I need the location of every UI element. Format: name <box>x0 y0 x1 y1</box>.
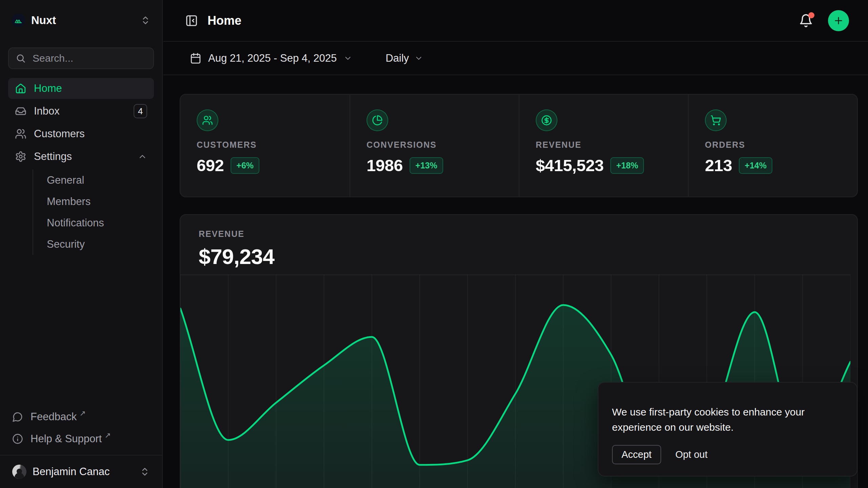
sidebar-item-notifications[interactable]: Notifications <box>43 212 154 233</box>
sidebar-item-members[interactable]: Members <box>43 191 154 212</box>
sidebar-spacer <box>8 255 154 406</box>
stat-label: REVENUE <box>536 140 672 150</box>
sidebar: Nuxt ⌘ K Home <box>0 0 163 488</box>
chevron-down-icon <box>343 54 352 63</box>
chart-label: REVENUE <box>199 229 839 239</box>
sidebar-item-label: Inbox <box>34 105 134 117</box>
stat-conversions: CONVERSIONS 1986 +13% <box>350 95 519 197</box>
stat-delta-badge: +13% <box>410 157 443 174</box>
inbox-count-badge: 4 <box>134 104 147 118</box>
sidebar-item-label: Customers <box>34 128 85 140</box>
user-strip: Benjamin Canac <box>0 455 162 488</box>
stats-card: CUSTOMERS 692 +6% CONVERSIONS 1986 <box>180 94 858 197</box>
gear-icon <box>15 151 26 162</box>
search-input[interactable] <box>32 52 164 64</box>
users-icon <box>197 109 218 131</box>
nuxt-logo-icon <box>12 14 25 27</box>
sidebar-item-security[interactable]: Security <box>43 233 154 255</box>
user-menu[interactable]: Benjamin Canac <box>8 461 154 483</box>
page-title: Home <box>208 14 799 28</box>
search-icon <box>16 53 26 63</box>
stat-value: 692 <box>197 156 224 175</box>
workspace-name: Nuxt <box>31 14 140 27</box>
stat-delta-badge: +18% <box>610 157 644 174</box>
home-icon <box>15 83 26 94</box>
external-link-icon: ↗ <box>79 409 85 418</box>
avatar <box>12 465 26 479</box>
notifications-button[interactable] <box>799 14 813 28</box>
user-name: Benjamin Canac <box>33 466 140 478</box>
stat-delta-badge: +6% <box>231 157 259 174</box>
stat-label: CONVERSIONS <box>367 140 502 150</box>
cookie-message: We use first-party cookies to enhance yo… <box>612 404 829 435</box>
inbox-icon <box>15 105 26 117</box>
sidebar-item-inbox[interactable]: Inbox 4 <box>8 101 154 122</box>
granularity-select[interactable]: Daily <box>381 49 428 68</box>
stat-revenue: REVENUE $415,523 +18% <box>519 95 688 197</box>
chart-total-value: $79,234 <box>199 244 839 269</box>
sidebar-collapse-button[interactable] <box>185 14 198 27</box>
sidebar-footer: Feedback ↗ Help & Support ↗ <box>8 406 154 455</box>
workspace-switcher[interactable]: Nuxt <box>8 10 154 30</box>
chevron-up-down-icon <box>140 15 151 25</box>
sidebar-item-home[interactable]: Home <box>8 78 154 99</box>
date-range-label: Aug 21, 2025 - Sep 4, 2025 <box>208 52 337 64</box>
feedback-link[interactable]: Feedback ↗ <box>8 406 154 427</box>
sidebar-item-label: Home <box>34 82 62 95</box>
add-button[interactable] <box>828 10 849 31</box>
stat-customers: CUSTOMERS 692 +6% <box>180 95 350 197</box>
calendar-icon <box>190 53 201 64</box>
chevron-down-icon <box>414 54 423 63</box>
cookie-accept-button[interactable]: Accept <box>612 445 661 464</box>
sidebar-nav: Home Inbox 4 C <box>8 78 154 255</box>
chart-header: REVENUE $79,234 <box>180 215 857 269</box>
stat-value: 1986 <box>367 156 403 175</box>
help-support-link[interactable]: Help & Support ↗ <box>8 428 154 449</box>
pie-chart-icon <box>367 109 388 131</box>
sidebar-item-general[interactable]: General <box>43 169 154 191</box>
stat-value: $415,523 <box>536 156 604 175</box>
chevron-up-icon <box>138 152 147 161</box>
granularity-label: Daily <box>386 52 409 64</box>
stat-value: 213 <box>705 156 732 175</box>
search-bar[interactable]: ⌘ K <box>8 47 154 69</box>
stat-orders: ORDERS 213 +14% <box>688 95 857 197</box>
sidebar-item-settings[interactable]: Settings <box>8 146 154 167</box>
external-link-icon: ↗ <box>104 431 111 440</box>
page-header: Home <box>163 0 868 42</box>
cookie-banner: We use first-party cookies to enhance yo… <box>598 382 857 476</box>
cart-icon <box>705 109 727 131</box>
info-circle-icon <box>12 433 23 444</box>
sidebar-item-customers[interactable]: Customers <box>8 123 154 144</box>
stat-label: ORDERS <box>705 140 841 150</box>
chat-bubble-icon <box>12 411 23 422</box>
dollar-circle-icon <box>536 109 557 131</box>
notification-dot <box>808 12 814 18</box>
stat-label: CUSTOMERS <box>197 140 333 150</box>
filters-toolbar: Aug 21, 2025 - Sep 4, 2025 Daily <box>163 42 868 75</box>
sidebar-item-label: Settings <box>34 150 138 163</box>
date-range-picker[interactable]: Aug 21, 2025 - Sep 4, 2025 <box>185 49 357 68</box>
chevron-up-down-icon <box>140 467 150 477</box>
stat-delta-badge: +14% <box>739 157 772 174</box>
users-icon <box>15 128 26 140</box>
cookie-optout-button[interactable]: Opt out <box>674 446 709 464</box>
dashboard-app: Nuxt ⌘ K Home <box>0 0 868 488</box>
settings-submenu: General Members Notifications Security <box>33 169 154 255</box>
